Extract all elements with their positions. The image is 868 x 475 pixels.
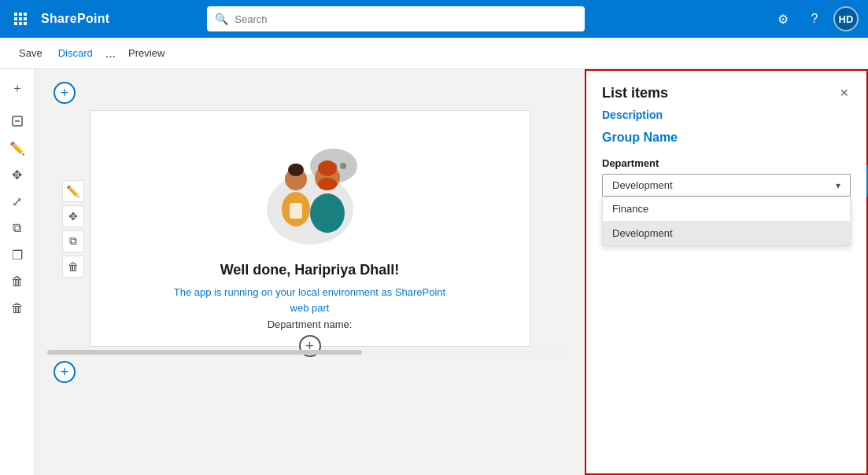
- wpt-trash-icon[interactable]: 🗑: [62, 256, 84, 278]
- nav-right-icons: ⚙ ? HD: [770, 6, 859, 31]
- brand-label: SharePoint: [41, 12, 109, 26]
- pencil-icon[interactable]: ✏️: [5, 135, 30, 160]
- search-box[interactable]: 🔍: [207, 6, 585, 31]
- dropdown-selected-value[interactable]: Development ▾: [602, 174, 851, 197]
- trash-icon[interactable]: 🗑: [5, 269, 30, 294]
- move-arrows-icon[interactable]: ⤢: [5, 189, 30, 214]
- discard-button[interactable]: Discard: [52, 44, 99, 62]
- settings-icon[interactable]: ⚙: [770, 6, 796, 31]
- save-button[interactable]: Save: [13, 44, 49, 62]
- copy2-icon[interactable]: ❐: [5, 242, 30, 267]
- main-layout: ＋ ✏️ ✥ ⤢ ⧉ ❐ 🗑 🗑 + ✏️ ✥ ⧉ 🗑: [0, 69, 868, 475]
- search-input[interactable]: [235, 13, 577, 25]
- avatar[interactable]: HD: [833, 6, 859, 31]
- svg-point-25: [310, 193, 345, 233]
- panel-close-button[interactable]: ✕: [835, 83, 854, 102]
- dropdown-options-list: Finance Development: [602, 197, 851, 246]
- panel-title: List items: [602, 85, 668, 101]
- svg-rect-7: [19, 22, 22, 25]
- wpt-pencil-icon[interactable]: ✏️: [62, 180, 84, 202]
- department-dropdown[interactable]: Development ▾ Finance Development: [602, 174, 851, 197]
- scrollbar-thumb: [47, 350, 362, 355]
- trash2-icon[interactable]: 🗑: [5, 296, 30, 321]
- svg-rect-4: [19, 17, 22, 20]
- left-sidebar: ＋ ✏️ ✥ ⤢ ⧉ ❐ 🗑 🗑: [0, 69, 35, 475]
- wpt-move-icon[interactable]: ✥: [62, 205, 84, 227]
- svg-point-19: [291, 164, 301, 173]
- grid-icon[interactable]: [9, 8, 31, 30]
- svg-point-24: [318, 178, 337, 190]
- horizontal-scrollbar[interactable]: [47, 350, 572, 355]
- illustration: [231, 127, 389, 252]
- more-button[interactable]: ...: [102, 43, 119, 64]
- webpart-tools: ✏️ ✥ ⧉ 🗑: [62, 180, 84, 278]
- panel-header: List items ✕: [586, 71, 866, 109]
- webpart-dept: Department name:: [268, 319, 353, 330]
- description-section[interactable]: Description: [602, 109, 851, 121]
- svg-rect-3: [14, 17, 17, 20]
- add-section-top-button[interactable]: +: [54, 82, 76, 104]
- chevron-down-icon: ▾: [836, 180, 840, 191]
- top-navigation: SharePoint 🔍 ⚙ ? HD: [0, 0, 868, 38]
- svg-rect-8: [24, 22, 27, 25]
- dropdown-value-text: Development: [612, 179, 673, 191]
- webpart-container: ✏️ ✥ ⧉ 🗑: [90, 110, 530, 347]
- add-section-sidebar-icon[interactable]: ＋: [5, 75, 30, 101]
- svg-rect-2: [24, 13, 27, 16]
- edit-icon[interactable]: [5, 109, 30, 134]
- list-items-panel: List items ✕ Description Group Name Depa…: [585, 69, 868, 475]
- move-icon[interactable]: ✥: [5, 162, 30, 187]
- svg-rect-0: [14, 13, 17, 16]
- toolbar: Save Discard ... Preview: [0, 38, 868, 69]
- help-icon[interactable]: ?: [802, 6, 827, 31]
- panel-body: Description Group Name Department Develo…: [586, 109, 866, 473]
- canvas-area: + ✏️ ✥ ⧉ 🗑: [35, 69, 585, 475]
- department-field-label: Department: [602, 157, 851, 169]
- svg-rect-1: [19, 13, 22, 16]
- search-icon: 🔍: [215, 13, 228, 25]
- group-name-label: Group Name: [602, 131, 851, 145]
- dropdown-option-finance[interactable]: Finance: [603, 197, 850, 221]
- svg-rect-6: [14, 22, 17, 25]
- svg-point-15: [340, 163, 346, 169]
- copy-icon[interactable]: ⧉: [5, 215, 30, 241]
- webpart-title: Well done, Haripriya Dhall!: [220, 262, 400, 278]
- add-section-bottom-button[interactable]: +: [54, 361, 76, 383]
- svg-rect-21: [290, 203, 302, 219]
- dropdown-option-development[interactable]: Development: [603, 221, 850, 245]
- webpart-desc: The app is running on your local environ…: [174, 285, 445, 315]
- wpt-copy-icon[interactable]: ⧉: [62, 230, 84, 252]
- svg-point-23: [318, 160, 337, 176]
- preview-button[interactable]: Preview: [122, 44, 171, 62]
- svg-rect-5: [24, 17, 27, 20]
